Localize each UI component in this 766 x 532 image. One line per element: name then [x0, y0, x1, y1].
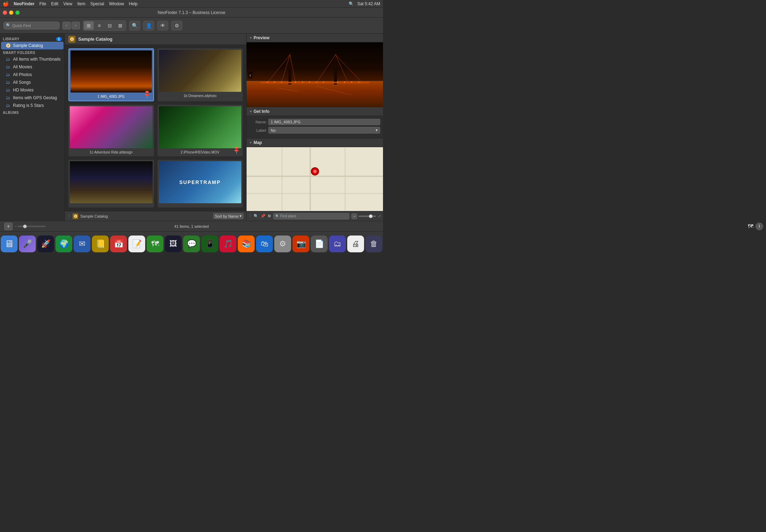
- map-collapse-icon[interactable]: ▼: [249, 141, 252, 144]
- quick-find-input[interactable]: 🔍 Quick Find: [4, 22, 60, 29]
- apple-menu[interactable]: 🍎: [3, 1, 9, 7]
- map-expand-icon[interactable]: ⤢: [378, 214, 381, 218]
- get-info-collapse-icon[interactable]: ▼: [249, 110, 252, 113]
- sidebar-item-all-movies[interactable]: 🗂 All Movies: [1, 63, 63, 71]
- svg-rect-27: [310, 148, 311, 211]
- folder-icon: 🗂: [5, 80, 11, 85]
- toolbar: 🔍 Quick Find ‹ › ⊞ ≡ ⊟ ⊠ 🔍 👤 👁 ⚙: [0, 18, 383, 34]
- menu-view[interactable]: View: [63, 1, 72, 6]
- dock-books[interactable]: 📚: [238, 236, 255, 252]
- sidebar-item-all-songs[interactable]: 🗂 All Songs: [1, 79, 63, 86]
- sort-select[interactable]: Sort by Name ▾: [213, 213, 243, 219]
- sidebar-item-all-thumbnails[interactable]: 🗂 All Items with Thumbnails: [1, 55, 63, 63]
- grid-item-label: 1b Dreamers.afphoto: [182, 93, 218, 98]
- footer-catalog-icon: 📀: [73, 213, 78, 219]
- map-settings-icon[interactable]: ⚙: [268, 214, 271, 218]
- sidebar-item-label: All Photos: [13, 72, 32, 77]
- menu-edit[interactable]: Edit: [51, 1, 59, 6]
- menu-help[interactable]: Help: [129, 1, 138, 6]
- window-maximize-button[interactable]: [15, 11, 20, 15]
- dock-printer[interactable]: 🖨: [347, 236, 364, 252]
- menu-special[interactable]: Special: [90, 1, 104, 6]
- label-dropdown[interactable]: No ▾: [268, 127, 380, 134]
- svg-rect-29: [282, 148, 283, 211]
- window-close-button[interactable]: [3, 11, 7, 15]
- eye-button[interactable]: 👁: [157, 21, 168, 30]
- sidebar-item-hd-movies[interactable]: 🗂 HD Movies: [1, 86, 63, 94]
- folder-icon: 🗂: [5, 64, 11, 70]
- dock-facetime[interactable]: 📱: [201, 236, 218, 252]
- sidebar-item-gps-geotag[interactable]: 🗂 Items with GPS Geotag: [1, 94, 63, 102]
- dock-calendar[interactable]: 📅: [110, 236, 127, 252]
- preview-nav-back-button[interactable]: ‹: [248, 71, 253, 79]
- zoom-out-button[interactable]: −: [351, 213, 357, 219]
- map-pin-toolbar-icon[interactable]: 📌: [261, 214, 266, 218]
- grid-item-adventure[interactable]: 1c Adventure Ride.afdesign: [68, 105, 154, 156]
- dropdown-chevron-icon: ▾: [376, 128, 378, 132]
- dock-launchpad[interactable]: 🚀: [37, 236, 54, 252]
- grid-item-dreamers[interactable]: 1b Dreamers.afphoto: [157, 48, 243, 101]
- settings-button[interactable]: ⚙: [171, 21, 182, 30]
- menu-file[interactable]: File: [39, 1, 46, 6]
- dock-neofinder[interactable]: 📷: [293, 236, 309, 252]
- size-slider[interactable]: −: [15, 224, 46, 228]
- sidebar-item-all-photos[interactable]: 🗂 All Photos: [1, 71, 63, 79]
- grid-item-video[interactable]: 📌 2 iPhone4HDVideo.MOV: [157, 105, 243, 156]
- collapse-triangle-icon[interactable]: ▼: [249, 36, 252, 40]
- grid-item-concert[interactable]: [68, 160, 154, 207]
- dock-music[interactable]: 🎵: [220, 236, 236, 252]
- view-columns-button[interactable]: ⊟: [105, 21, 115, 30]
- name-value[interactable]: 1 IMG_4083.JPG: [268, 119, 380, 125]
- folder-icon: 🗂: [5, 103, 11, 108]
- footer-catalog-name: Sample Catalog: [80, 214, 108, 218]
- view-detail-button[interactable]: ⊠: [115, 21, 125, 30]
- dock-installer[interactable]: 🗂: [329, 236, 346, 252]
- map-zoom-controls: −: [351, 213, 376, 219]
- sidebar-item-rating-5stars[interactable]: 🗂 Rating is 5 Stars: [1, 102, 63, 109]
- find-place-search-icon: 🔍: [275, 214, 279, 218]
- app-menu-neofinder[interactable]: NeoFinder: [14, 1, 34, 6]
- folder-icon: 🗂: [5, 87, 11, 93]
- view-list-button[interactable]: ≡: [94, 21, 104, 30]
- people-button[interactable]: 👤: [143, 21, 154, 30]
- sidebar-item-label: Sample Catalog: [13, 43, 43, 48]
- dock-messages[interactable]: 💬: [183, 236, 200, 252]
- menu-item[interactable]: Item: [77, 1, 85, 6]
- window-minimize-button[interactable]: [9, 11, 13, 15]
- svg-point-18: [323, 82, 324, 83]
- spotlight-icon[interactable]: 🔍: [349, 1, 354, 6]
- content-grid[interactable]: 📌 1 IMG_4083.JPG 1b Dreamers.afphoto 1c …: [65, 45, 246, 211]
- search-button[interactable]: 🔍: [129, 21, 140, 30]
- nav-back-button[interactable]: ‹: [62, 22, 71, 29]
- dock-notes[interactable]: 📒: [92, 236, 109, 252]
- dock-photos[interactable]: 🖼: [165, 236, 182, 252]
- window-title: NeoFinder 7.1.3 – Business License: [158, 10, 226, 15]
- add-item-button[interactable]: +: [4, 223, 13, 230]
- dock-systemprefs[interactable]: ⚙: [274, 236, 291, 252]
- dock-appstore[interactable]: 🛍: [256, 236, 273, 252]
- dock-finder2[interactable]: 📄: [311, 236, 328, 252]
- dock-siri[interactable]: 🎤: [19, 236, 36, 252]
- grid-item-supertramp[interactable]: SUPERTRAMP: [157, 160, 243, 207]
- dock-trash[interactable]: 🗑: [365, 236, 382, 252]
- svg-rect-25: [247, 148, 383, 211]
- dock-mail[interactable]: ✉: [74, 236, 90, 252]
- sidebar-item-sample-catalog[interactable]: 📀 Sample Catalog: [1, 42, 63, 49]
- zoom-thumb: [369, 214, 372, 218]
- dock-safari[interactable]: 🌍: [55, 236, 72, 252]
- search-icon: 🔍: [6, 23, 11, 28]
- grid-item-img4083[interactable]: 📌 1 IMG_4083.JPG: [68, 48, 154, 101]
- catalog-title: Sample Catalog: [78, 36, 113, 42]
- view-grid-button[interactable]: ⊞: [84, 21, 94, 30]
- content-header: 📀 Sample Catalog: [65, 34, 246, 45]
- svg-rect-28: [247, 193, 383, 194]
- nav-forward-button[interactable]: ›: [72, 22, 80, 29]
- dock-maps[interactable]: 🗺: [147, 236, 163, 252]
- map-search-icon: 🔍: [254, 214, 258, 218]
- dock-finder[interactable]: 🖥: [1, 236, 18, 252]
- sidebar-item-label: All Movies: [13, 64, 32, 69]
- menu-window[interactable]: Window: [109, 1, 124, 6]
- dock-textedit[interactable]: 📝: [128, 236, 145, 252]
- find-place-input[interactable]: 🔍 Find place: [273, 213, 349, 219]
- zoom-slider[interactable]: [358, 216, 376, 217]
